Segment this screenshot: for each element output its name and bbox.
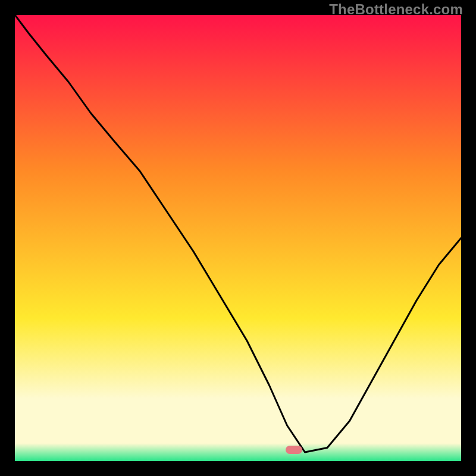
watermark-text: TheBottleneck.com — [329, 1, 463, 18]
gradient-background — [15, 15, 461, 461]
chart-container: TheBottleneck.com — [0, 0, 476, 476]
bottleneck-chart — [15, 15, 461, 461]
optimal-marker — [286, 446, 302, 454]
